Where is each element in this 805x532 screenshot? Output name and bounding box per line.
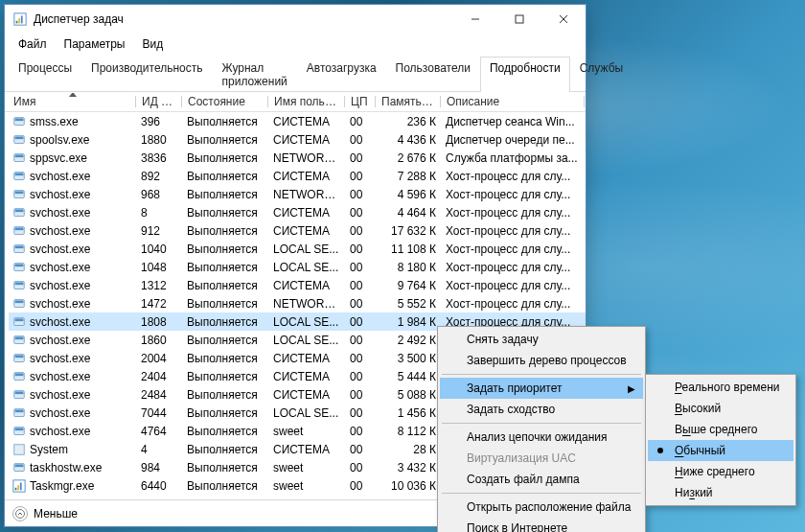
process-icon: [12, 297, 26, 311]
tab-0[interactable]: Процессы: [9, 57, 81, 92]
context-item[interactable]: Ниже среднего: [648, 461, 794, 482]
context-item[interactable]: Низкий: [648, 482, 794, 503]
close-button[interactable]: [541, 5, 586, 34]
process-pid: 1312: [137, 279, 183, 292]
col-header-user[interactable]: Имя польз...: [269, 92, 346, 111]
process-memory: 8 112 К: [377, 425, 442, 438]
process-row[interactable]: svchost.exe1312ВыполняетсяСИСТЕМА009 764…: [9, 276, 586, 294]
process-row[interactable]: svchost.exe8ВыполняетсяСИСТЕМА004 464 КХ…: [9, 203, 586, 221]
svg-rect-37: [15, 373, 24, 376]
tab-4[interactable]: Пользователи: [386, 57, 480, 92]
process-user: LOCAL SE...: [269, 315, 346, 329]
maximize-button[interactable]: [497, 5, 541, 34]
context-item-label: Анализ цепочки ожидания: [467, 430, 607, 444]
process-row[interactable]: svchost.exe968ВыполняетсяNETWORK...004 5…: [9, 185, 586, 203]
col-header-desc[interactable]: Описание: [442, 92, 586, 111]
process-icon: [12, 224, 26, 238]
context-item[interactable]: Высокий: [648, 398, 794, 419]
process-user: sweet: [269, 479, 346, 493]
tab-6[interactable]: Службы: [570, 57, 632, 92]
context-item[interactable]: Выше среднего: [648, 419, 794, 440]
process-cpu: 00: [346, 425, 377, 438]
context-item[interactable]: Завершить дерево процессов: [440, 350, 643, 371]
menu-file[interactable]: Файл: [11, 35, 55, 53]
process-user: СИСТЕМА: [269, 224, 346, 238]
process-row[interactable]: svchost.exe1472ВыполняетсяNETWORK...005 …: [9, 294, 586, 312]
process-icon: [12, 388, 26, 402]
context-item[interactable]: Задать приоритет▶: [440, 378, 643, 399]
context-item-label: Задать приоритет: [467, 382, 562, 395]
window-title: Диспетчер задач: [34, 12, 453, 26]
context-item-label: Низкий: [675, 486, 713, 499]
process-row[interactable]: svchost.exe912ВыполняетсяСИСТЕМА0017 632…: [9, 221, 586, 240]
tab-3[interactable]: Автозагрузка: [297, 57, 386, 92]
context-item[interactable]: Снять задачу: [440, 329, 643, 350]
col-header-memory[interactable]: Память (ч...: [377, 92, 442, 111]
col-header-status[interactable]: Состояние: [183, 92, 269, 111]
context-item[interactable]: Поиск в Интернете: [440, 518, 643, 532]
process-name: System: [30, 443, 68, 456]
col-header-name[interactable]: Имя: [9, 92, 137, 111]
tab-2[interactable]: Журнал приложений: [213, 57, 297, 92]
process-status: Выполняется: [183, 406, 269, 420]
svg-rect-44: [14, 444, 25, 454]
context-item[interactable]: Создать файл дампа: [440, 469, 643, 490]
titlebar[interactable]: Диспетчер задач: [5, 5, 586, 34]
context-menu-main: Снять задачуЗавершить дерево процессовЗа…: [437, 326, 646, 532]
column-headers: Имя ИД п... Состояние Имя польз... ЦП Па…: [5, 92, 586, 112]
process-name: taskhostw.exe: [30, 461, 102, 474]
fewer-details-label[interactable]: Меньше: [34, 507, 78, 520]
process-user: СИСТЕМА: [269, 206, 346, 220]
context-item[interactable]: Открыть расположение файла: [440, 497, 643, 518]
svg-rect-25: [15, 264, 24, 266]
process-memory: 28 К: [377, 443, 442, 456]
process-row[interactable]: svchost.exe892ВыполняетсяСИСТЕМА007 288 …: [9, 167, 586, 185]
process-icon: [12, 425, 26, 438]
process-cpu: 00: [346, 206, 377, 220]
process-icon: [12, 334, 26, 347]
svg-rect-50: [20, 482, 22, 490]
process-row[interactable]: smss.exe396ВыполняетсяСИСТЕМА00236 КДисп…: [9, 112, 586, 130]
col-header-cpu[interactable]: ЦП: [346, 92, 377, 111]
process-row[interactable]: spoolsv.exe1880ВыполняетсяСИСТЕМА004 436…: [9, 130, 586, 149]
process-name: svchost.exe: [30, 170, 90, 183]
process-status: Выполняется: [183, 224, 269, 238]
context-item-label: Создать файл дампа: [467, 473, 580, 486]
context-item[interactable]: Обычный: [648, 440, 794, 461]
context-item[interactable]: Реального времени: [648, 377, 794, 398]
process-desc: Хост-процесс для слу...: [442, 224, 586, 238]
context-separator: [442, 493, 641, 494]
process-name: sppsvc.exe: [30, 151, 87, 165]
context-item[interactable]: Задать сходство: [440, 399, 643, 420]
col-header-pid[interactable]: ИД п...: [137, 92, 183, 111]
menu-view[interactable]: Вид: [134, 35, 171, 53]
svg-rect-39: [15, 391, 24, 394]
process-memory: 8 180 К: [377, 261, 442, 274]
process-name: svchost.exe: [30, 315, 90, 329]
process-cpu: 00: [346, 243, 377, 256]
process-user: NETWORK...: [269, 151, 346, 165]
process-row[interactable]: svchost.exe1040ВыполняетсяLOCAL SE...001…: [9, 240, 586, 258]
tab-1[interactable]: Производительность: [81, 57, 212, 92]
process-user: СИСТЕМА: [269, 388, 346, 402]
menu-options[interactable]: Параметры: [57, 35, 133, 53]
process-desc: Хост-процесс для слу...: [442, 279, 586, 292]
menubar: Файл Параметры Вид: [5, 34, 586, 57]
tab-5[interactable]: Подробности: [480, 57, 570, 92]
process-pid: 8: [137, 206, 183, 220]
svg-rect-17: [15, 191, 24, 194]
tab-strip: ПроцессыПроизводительностьЖурнал приложе…: [5, 57, 586, 92]
process-pid: 1880: [137, 133, 183, 147]
context-item-label: Поиск в Интернете: [467, 521, 567, 532]
context-item[interactable]: Анализ цепочки ожидания: [440, 427, 643, 448]
process-icon: [12, 279, 26, 292]
process-row[interactable]: svchost.exe1048ВыполняетсяLOCAL SE...008…: [9, 258, 586, 276]
fewer-details-icon[interactable]: [12, 506, 28, 521]
process-icon: [12, 461, 26, 474]
process-row[interactable]: sppsvc.exe3836ВыполняетсяNETWORK...002 6…: [9, 149, 586, 167]
process-memory: 10 036 К: [377, 479, 442, 493]
process-pid: 6440: [137, 479, 183, 493]
minimize-button[interactable]: [453, 5, 497, 34]
process-name: svchost.exe: [30, 388, 90, 402]
process-pid: 4764: [137, 425, 183, 438]
